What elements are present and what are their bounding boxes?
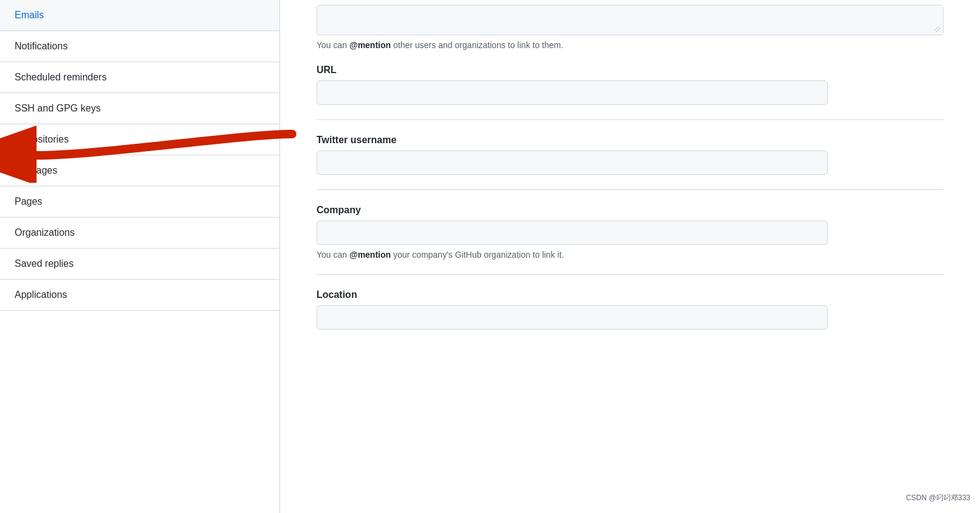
field-input-twitter-username[interactable] bbox=[317, 150, 828, 175]
sidebar-item-repositories[interactable]: Repositories bbox=[0, 124, 279, 155]
field-hint-mention-company: @mention bbox=[349, 250, 391, 260]
sidebar-item-scheduled-reminders[interactable]: Scheduled reminders bbox=[0, 62, 279, 93]
sidebar-item-emails[interactable]: Emails bbox=[0, 0, 279, 31]
sidebar-item-ssh-gpg-keys[interactable]: SSH and GPG keys bbox=[0, 93, 279, 124]
main-content: You can @mention other users and organiz… bbox=[280, 0, 980, 513]
bio-area: You can @mention other users and organiz… bbox=[317, 0, 943, 50]
field-input-url[interactable] bbox=[317, 80, 828, 105]
form-section-location: Location bbox=[317, 289, 943, 344]
form-section-twitter-username: Twitter username bbox=[317, 135, 943, 190]
field-input-location[interactable] bbox=[317, 305, 828, 330]
watermark: CSDN @叼叼邓333 bbox=[906, 493, 970, 503]
sidebar-item-pages[interactable]: Pages bbox=[0, 186, 279, 218]
resize-handle bbox=[934, 26, 940, 32]
form-section-url: URL bbox=[317, 65, 943, 120]
sidebar-item-organizations[interactable]: Organizations bbox=[0, 218, 279, 249]
field-input-company[interactable] bbox=[317, 221, 828, 245]
form-section-company: CompanyYou can @mention your company's G… bbox=[317, 205, 943, 275]
field-hint-company: You can @mention your company's GitHub o… bbox=[317, 250, 943, 260]
fields-container: URLTwitter usernameCompanyYou can @menti… bbox=[317, 65, 943, 344]
field-label-company: Company bbox=[317, 205, 943, 216]
bio-hint: You can @mention other users and organiz… bbox=[317, 35, 943, 50]
bio-textarea[interactable] bbox=[317, 5, 943, 35]
field-label-location: Location bbox=[317, 289, 943, 300]
sidebar-item-packages[interactable]: Packages bbox=[0, 155, 279, 186]
field-label-twitter-username: Twitter username bbox=[317, 135, 943, 146]
field-label-url: URL bbox=[317, 65, 943, 76]
bio-hint-mention: @mention bbox=[349, 40, 391, 50]
sidebar-item-applications[interactable]: Applications bbox=[0, 280, 279, 311]
sidebar: EmailsNotificationsScheduled remindersSS… bbox=[0, 0, 280, 513]
sidebar-item-notifications[interactable]: Notifications bbox=[0, 31, 279, 62]
sidebar-item-saved-replies[interactable]: Saved replies bbox=[0, 249, 279, 280]
